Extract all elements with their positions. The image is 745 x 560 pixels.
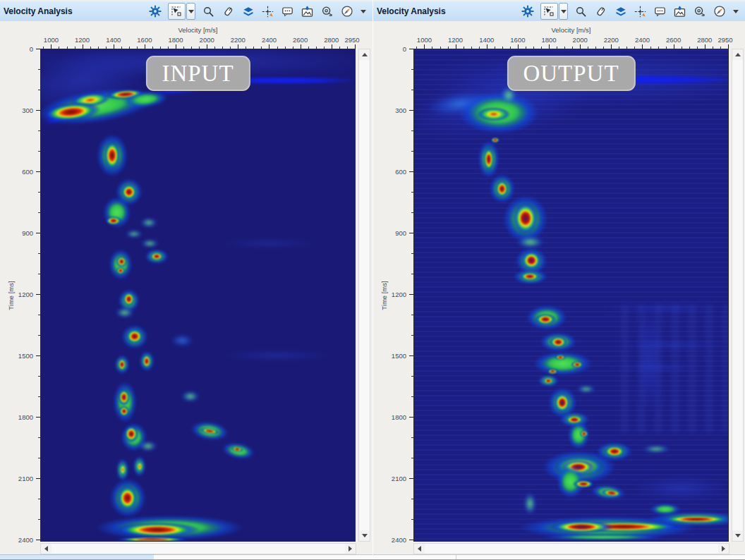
scroll-left-button[interactable] bbox=[414, 544, 425, 554]
select-mode-split-button[interactable] bbox=[168, 3, 195, 20]
semblance-blob bbox=[571, 361, 583, 368]
y-axis-title: Time [ms] bbox=[380, 274, 388, 317]
select-mode-caret-icon[interactable] bbox=[559, 3, 568, 20]
horizontal-scrollbar[interactable] bbox=[413, 543, 729, 554]
settings-gear-icon[interactable] bbox=[148, 4, 162, 18]
semblance-blob bbox=[116, 485, 138, 511]
semblance-blob bbox=[554, 391, 571, 413]
comment-icon[interactable] bbox=[653, 4, 667, 18]
semblance-blob bbox=[590, 483, 626, 501]
semblance-blob bbox=[114, 522, 200, 537]
measure-tape-icon[interactable] bbox=[320, 4, 334, 18]
semblance-blob bbox=[516, 236, 545, 248]
y-axis-title: Time [ms] bbox=[7, 274, 15, 317]
bottom-strip bbox=[0, 554, 372, 560]
scroll-up-button[interactable] bbox=[359, 49, 370, 60]
semblance-blob bbox=[116, 458, 129, 481]
semblance-blob bbox=[490, 137, 499, 143]
compass-icon[interactable] bbox=[340, 4, 353, 18]
select-mode-caret-icon[interactable] bbox=[186, 3, 195, 20]
vertical-scrollbar[interactable] bbox=[732, 49, 744, 542]
pick-crosshair-icon[interactable] bbox=[634, 4, 647, 18]
y-tick-label: 1500 bbox=[392, 352, 406, 360]
export-image-icon[interactable] bbox=[301, 4, 314, 18]
semblance-blob bbox=[541, 534, 665, 540]
y-tick-label: 600 bbox=[395, 168, 406, 176]
triangle-right-icon bbox=[349, 546, 355, 552]
semblance-blob bbox=[126, 329, 144, 345]
select-mode-icon[interactable] bbox=[540, 3, 558, 20]
pick-crosshair-icon[interactable] bbox=[261, 4, 274, 18]
compass-menu-caret-icon[interactable] bbox=[732, 10, 739, 13]
x-tick-label: 2400 bbox=[635, 36, 650, 44]
semblance-blob bbox=[519, 272, 541, 281]
compass-menu-caret-icon[interactable] bbox=[360, 10, 367, 13]
select-mode-icon[interactable] bbox=[168, 3, 186, 20]
semblance-blob bbox=[549, 521, 614, 533]
panel-title: Velocity Analysis bbox=[4, 6, 73, 16]
semblance-blob bbox=[526, 305, 567, 330]
semblance-blob bbox=[109, 249, 133, 279]
semblance-blob bbox=[619, 341, 727, 350]
semblance-blob bbox=[119, 463, 126, 477]
velocity-analysis-app: Velocity Analysis Velocity [m/s] 1000120… bbox=[0, 0, 745, 560]
x-axis: 1000120014001600180020002200240026002800… bbox=[40, 35, 356, 49]
semblance-blob bbox=[459, 91, 539, 134]
x-tick-label: 2600 bbox=[666, 36, 681, 44]
y-tick-label: 2100 bbox=[392, 475, 406, 482]
horizontal-scrollbar[interactable] bbox=[40, 543, 356, 554]
semblance-blob bbox=[140, 218, 157, 228]
semblance-plot[interactable]: OUTPUT bbox=[413, 49, 729, 542]
measure-tape-icon[interactable] bbox=[693, 4, 706, 18]
mouse-tool-icon[interactable] bbox=[222, 4, 235, 18]
scroll-up-button[interactable] bbox=[732, 49, 743, 60]
scroll-down-button[interactable] bbox=[359, 530, 370, 541]
semblance-blob bbox=[105, 88, 146, 101]
layers-icon[interactable] bbox=[614, 4, 627, 18]
scroll-down-button[interactable] bbox=[732, 530, 743, 541]
x-tick-label: 2800 bbox=[324, 36, 339, 44]
semblance-blob bbox=[142, 354, 152, 370]
semblance-blob bbox=[607, 305, 724, 313]
layers-icon[interactable] bbox=[241, 4, 255, 18]
semblance-blob bbox=[555, 354, 566, 360]
semblance-blob bbox=[561, 459, 597, 475]
y-tick-label: 900 bbox=[22, 229, 33, 237]
compass-icon[interactable] bbox=[713, 4, 726, 18]
y-tick-label: 1800 bbox=[18, 413, 33, 421]
vertical-scrollbar[interactable] bbox=[358, 49, 370, 542]
x-tick-label: 1400 bbox=[106, 36, 121, 44]
semblance-blob bbox=[637, 303, 662, 415]
semblance-blob bbox=[600, 488, 623, 498]
triangle-down-icon bbox=[735, 534, 741, 540]
x-tick-label: 2950 bbox=[718, 36, 733, 44]
scroll-left-button[interactable] bbox=[41, 544, 52, 554]
settings-gear-icon[interactable] bbox=[521, 4, 534, 18]
semblance-blob bbox=[524, 492, 537, 515]
scroll-right-button[interactable] bbox=[718, 544, 729, 554]
y-tick-label: 2400 bbox=[392, 536, 406, 544]
x-axis-title: Velocity [m/s] bbox=[40, 26, 356, 34]
triangle-right-icon bbox=[722, 546, 728, 552]
semblance-blob bbox=[514, 269, 547, 284]
x-axis: 1000120014001600180020002200240026002800… bbox=[413, 35, 729, 49]
semblance-blob bbox=[40, 49, 156, 118]
triangle-up-icon bbox=[735, 50, 741, 56]
scroll-right-button[interactable] bbox=[345, 544, 356, 554]
x-tick-label: 2800 bbox=[697, 36, 712, 44]
export-image-icon[interactable] bbox=[673, 4, 686, 18]
x-tick-label: 1800 bbox=[168, 36, 183, 44]
triangle-left-icon bbox=[415, 546, 421, 552]
semblance-blob bbox=[110, 479, 146, 518]
semblance-blob bbox=[489, 174, 514, 204]
mouse-tool-icon[interactable] bbox=[594, 4, 607, 18]
panel-title: Velocity Analysis bbox=[377, 6, 446, 16]
zoom-icon[interactable] bbox=[574, 4, 588, 18]
semblance-blob bbox=[221, 440, 255, 461]
zoom-icon[interactable] bbox=[202, 4, 215, 18]
comment-icon[interactable] bbox=[281, 4, 294, 18]
semblance-plot[interactable]: INPUT bbox=[40, 49, 356, 542]
panel-titlebar: Velocity Analysis bbox=[373, 1, 745, 21]
semblance-blob bbox=[634, 475, 727, 500]
select-mode-split-button[interactable] bbox=[540, 3, 568, 20]
